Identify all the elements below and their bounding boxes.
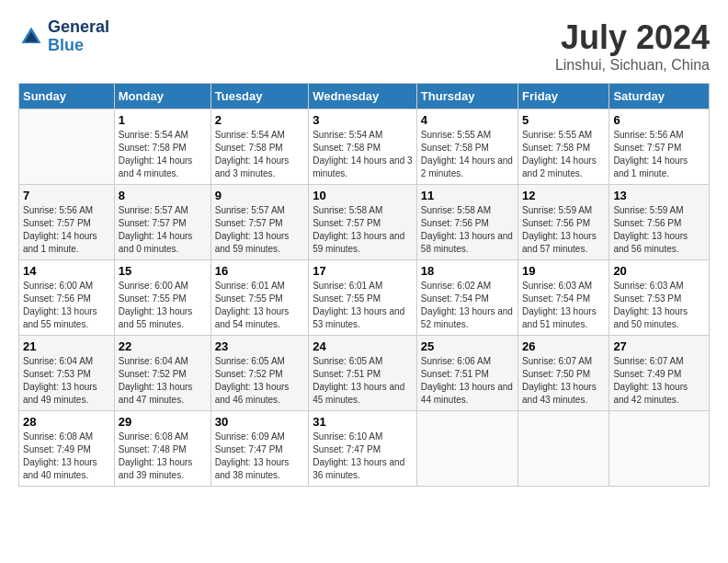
subtitle: Linshui, Sichuan, China bbox=[555, 57, 710, 74]
day-number: 31 bbox=[313, 415, 413, 429]
week-row-2: 7 Sunrise: 5:56 AMSunset: 7:57 PMDayligh… bbox=[19, 185, 710, 260]
day-info: Sunrise: 5:54 AMSunset: 7:58 PMDaylight:… bbox=[119, 130, 193, 178]
day-info: Sunrise: 6:09 AMSunset: 7:47 PMDaylight:… bbox=[215, 431, 290, 480]
week-row-4: 21 Sunrise: 6:04 AMSunset: 7:53 PMDaylig… bbox=[19, 336, 710, 411]
day-cell: 24 Sunrise: 6:05 AMSunset: 7:51 PMDaylig… bbox=[309, 336, 417, 411]
day-info: Sunrise: 5:58 AMSunset: 7:56 PMDaylight:… bbox=[421, 205, 513, 254]
day-cell: 8 Sunrise: 5:57 AMSunset: 7:57 PMDayligh… bbox=[114, 185, 210, 260]
day-number: 5 bbox=[522, 113, 605, 127]
day-cell: 14 Sunrise: 6:00 AMSunset: 7:56 PMDaylig… bbox=[19, 260, 115, 336]
day-cell bbox=[416, 411, 518, 487]
day-cell: 23 Sunrise: 6:05 AMSunset: 7:52 PMDaylig… bbox=[210, 336, 308, 411]
day-cell: 17 Sunrise: 6:01 AMSunset: 7:55 PMDaylig… bbox=[309, 260, 417, 336]
day-info: Sunrise: 5:54 AMSunset: 7:58 PMDaylight:… bbox=[313, 130, 412, 178]
day-cell: 13 Sunrise: 5:59 AMSunset: 7:56 PMDaylig… bbox=[609, 185, 710, 260]
day-cell bbox=[609, 411, 710, 487]
day-cell: 6 Sunrise: 5:56 AMSunset: 7:57 PMDayligh… bbox=[609, 109, 710, 185]
day-number: 4 bbox=[421, 113, 514, 127]
day-cell: 16 Sunrise: 6:01 AMSunset: 7:55 PMDaylig… bbox=[210, 260, 308, 336]
column-header-wednesday: Wednesday bbox=[309, 84, 417, 109]
column-header-sunday: Sunday bbox=[19, 84, 115, 109]
day-cell: 15 Sunrise: 6:00 AMSunset: 7:55 PMDaylig… bbox=[114, 260, 210, 336]
day-cell: 26 Sunrise: 6:07 AMSunset: 7:50 PMDaylig… bbox=[518, 336, 609, 411]
day-cell: 19 Sunrise: 6:03 AMSunset: 7:54 PMDaylig… bbox=[518, 260, 609, 336]
day-number: 21 bbox=[23, 339, 110, 353]
day-info: Sunrise: 6:03 AMSunset: 7:53 PMDaylight:… bbox=[613, 281, 688, 329]
day-number: 15 bbox=[119, 264, 207, 278]
column-header-friday: Friday bbox=[518, 84, 609, 109]
day-info: Sunrise: 5:54 AMSunset: 7:58 PMDaylight:… bbox=[215, 130, 290, 178]
day-number: 1 bbox=[119, 113, 207, 127]
header-row: SundayMondayTuesdayWednesdayThursdayFrid… bbox=[19, 84, 710, 109]
day-cell bbox=[518, 411, 609, 487]
title-block: July 2024 Linshui, Sichuan, China bbox=[555, 18, 710, 74]
day-number: 7 bbox=[23, 189, 110, 202]
logo-text: General Blue bbox=[48, 18, 109, 55]
day-number: 16 bbox=[215, 264, 304, 278]
day-cell: 22 Sunrise: 6:04 AMSunset: 7:52 PMDaylig… bbox=[114, 336, 210, 411]
day-cell bbox=[19, 109, 115, 185]
logo: General Blue bbox=[18, 18, 109, 55]
day-info: Sunrise: 5:57 AMSunset: 7:57 PMDaylight:… bbox=[119, 205, 193, 254]
day-info: Sunrise: 5:59 AMSunset: 7:56 PMDaylight:… bbox=[613, 205, 688, 254]
day-number: 30 bbox=[215, 415, 304, 429]
day-cell: 18 Sunrise: 6:02 AMSunset: 7:54 PMDaylig… bbox=[416, 260, 518, 336]
day-number: 25 bbox=[421, 339, 514, 353]
week-row-1: 1 Sunrise: 5:54 AMSunset: 7:58 PMDayligh… bbox=[19, 109, 710, 185]
page-header: General Blue July 2024 Linshui, Sichuan,… bbox=[18, 18, 710, 74]
day-number: 28 bbox=[23, 415, 110, 429]
day-cell: 20 Sunrise: 6:03 AMSunset: 7:53 PMDaylig… bbox=[609, 260, 710, 336]
day-number: 14 bbox=[23, 264, 110, 278]
day-cell: 11 Sunrise: 5:58 AMSunset: 7:56 PMDaylig… bbox=[416, 185, 518, 260]
day-info: Sunrise: 6:08 AMSunset: 7:49 PMDaylight:… bbox=[23, 431, 97, 480]
day-cell: 9 Sunrise: 5:57 AMSunset: 7:57 PMDayligh… bbox=[210, 185, 308, 260]
day-number: 19 bbox=[522, 264, 605, 278]
day-number: 9 bbox=[215, 189, 304, 202]
day-number: 29 bbox=[119, 415, 207, 429]
day-info: Sunrise: 6:00 AMSunset: 7:56 PMDaylight:… bbox=[23, 281, 97, 329]
day-cell: 25 Sunrise: 6:06 AMSunset: 7:51 PMDaylig… bbox=[416, 336, 518, 411]
day-info: Sunrise: 6:03 AMSunset: 7:54 PMDaylight:… bbox=[522, 281, 597, 329]
day-cell: 31 Sunrise: 6:10 AMSunset: 7:47 PMDaylig… bbox=[309, 411, 417, 487]
day-cell: 12 Sunrise: 5:59 AMSunset: 7:56 PMDaylig… bbox=[518, 185, 609, 260]
day-number: 12 bbox=[522, 189, 605, 202]
day-number: 11 bbox=[421, 189, 514, 202]
day-cell: 2 Sunrise: 5:54 AMSunset: 7:58 PMDayligh… bbox=[210, 109, 308, 185]
day-number: 2 bbox=[215, 113, 304, 127]
day-number: 17 bbox=[313, 264, 413, 278]
column-header-monday: Monday bbox=[114, 84, 210, 109]
day-cell: 7 Sunrise: 5:56 AMSunset: 7:57 PMDayligh… bbox=[19, 185, 115, 260]
day-number: 23 bbox=[215, 339, 304, 353]
day-cell: 5 Sunrise: 5:55 AMSunset: 7:58 PMDayligh… bbox=[518, 109, 609, 185]
day-info: Sunrise: 5:56 AMSunset: 7:57 PMDaylight:… bbox=[23, 205, 97, 254]
column-header-tuesday: Tuesday bbox=[210, 84, 308, 109]
day-info: Sunrise: 6:04 AMSunset: 7:52 PMDaylight:… bbox=[119, 356, 193, 405]
day-number: 13 bbox=[613, 189, 705, 202]
day-cell: 21 Sunrise: 6:04 AMSunset: 7:53 PMDaylig… bbox=[19, 336, 115, 411]
day-number: 22 bbox=[119, 339, 207, 353]
day-info: Sunrise: 6:04 AMSunset: 7:53 PMDaylight:… bbox=[23, 356, 97, 405]
day-info: Sunrise: 6:00 AMSunset: 7:55 PMDaylight:… bbox=[119, 281, 193, 329]
day-number: 20 bbox=[613, 264, 705, 278]
day-number: 3 bbox=[313, 113, 413, 127]
day-info: Sunrise: 6:07 AMSunset: 7:50 PMDaylight:… bbox=[522, 356, 597, 405]
day-info: Sunrise: 6:05 AMSunset: 7:51 PMDaylight:… bbox=[313, 356, 404, 405]
day-number: 24 bbox=[313, 339, 413, 353]
day-cell: 27 Sunrise: 6:07 AMSunset: 7:49 PMDaylig… bbox=[609, 336, 710, 411]
day-cell: 1 Sunrise: 5:54 AMSunset: 7:58 PMDayligh… bbox=[114, 109, 210, 185]
day-cell: 29 Sunrise: 6:08 AMSunset: 7:48 PMDaylig… bbox=[114, 411, 210, 487]
day-cell: 10 Sunrise: 5:58 AMSunset: 7:57 PMDaylig… bbox=[309, 185, 417, 260]
day-number: 18 bbox=[421, 264, 514, 278]
day-info: Sunrise: 5:59 AMSunset: 7:56 PMDaylight:… bbox=[522, 205, 597, 254]
day-info: Sunrise: 6:01 AMSunset: 7:55 PMDaylight:… bbox=[313, 281, 404, 329]
day-number: 10 bbox=[313, 189, 413, 202]
day-info: Sunrise: 5:55 AMSunset: 7:58 PMDaylight:… bbox=[421, 130, 513, 178]
week-row-3: 14 Sunrise: 6:00 AMSunset: 7:56 PMDaylig… bbox=[19, 260, 710, 336]
day-cell: 3 Sunrise: 5:54 AMSunset: 7:58 PMDayligh… bbox=[309, 109, 417, 185]
day-info: Sunrise: 6:02 AMSunset: 7:54 PMDaylight:… bbox=[421, 281, 513, 329]
day-info: Sunrise: 5:56 AMSunset: 7:57 PMDaylight:… bbox=[613, 130, 688, 178]
day-info: Sunrise: 6:06 AMSunset: 7:51 PMDaylight:… bbox=[421, 356, 513, 405]
day-info: Sunrise: 6:08 AMSunset: 7:48 PMDaylight:… bbox=[119, 431, 193, 480]
day-info: Sunrise: 5:57 AMSunset: 7:57 PMDaylight:… bbox=[215, 205, 290, 254]
column-header-saturday: Saturday bbox=[609, 84, 710, 109]
